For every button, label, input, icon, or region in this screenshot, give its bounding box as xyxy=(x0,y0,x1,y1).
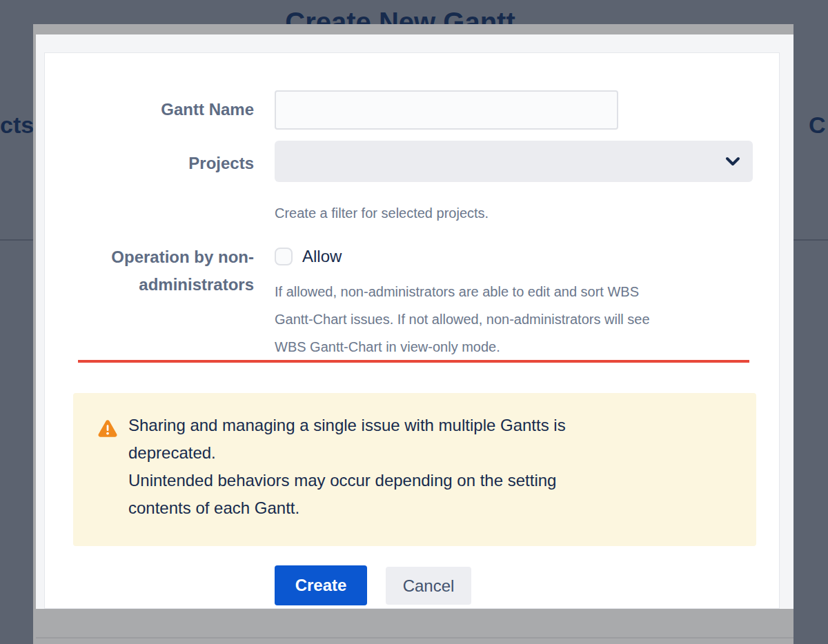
create-button[interactable]: Create xyxy=(275,565,367,605)
background-clipped-text-left: cts xyxy=(0,112,34,139)
projects-label: Projects xyxy=(45,150,254,177)
gantt-name-input[interactable] xyxy=(275,90,618,130)
allow-checkbox-label: Allow xyxy=(302,247,342,266)
modal-bottom-edge xyxy=(36,637,793,638)
deprecation-warning-box: Sharing and managing a single issue with… xyxy=(73,393,756,546)
background-divider-left xyxy=(0,239,33,241)
chevron-down-icon xyxy=(725,157,740,166)
warning-triangle-icon xyxy=(97,419,118,439)
dialog-surface: Gantt Name Projects Create a filter for … xyxy=(36,34,793,609)
projects-select[interactable] xyxy=(275,141,753,182)
warning-text: Sharing and managing a single issue with… xyxy=(128,412,736,522)
cancel-button[interactable]: Cancel xyxy=(386,567,471,605)
screen: Create New Gantt cts C Gantt Name Projec… xyxy=(0,0,828,644)
background-divider-right xyxy=(793,239,828,241)
operation-label: Operation by non- administrators xyxy=(45,243,254,299)
red-divider xyxy=(78,360,749,363)
gantt-name-label: Gantt Name xyxy=(45,96,254,123)
allow-checkbox-row[interactable]: Allow xyxy=(275,246,342,267)
allow-checkbox[interactable] xyxy=(275,248,293,265)
dialog-form-card: Gantt Name Projects Create a filter for … xyxy=(44,52,780,609)
operation-helper-text: If allowed, non-administrators are able … xyxy=(275,278,758,361)
create-gantt-dialog: Gantt Name Projects Create a filter for … xyxy=(33,24,793,644)
projects-helper-text: Create a filter for selected projects. xyxy=(275,199,489,227)
background-clipped-text-right: C xyxy=(809,112,826,139)
